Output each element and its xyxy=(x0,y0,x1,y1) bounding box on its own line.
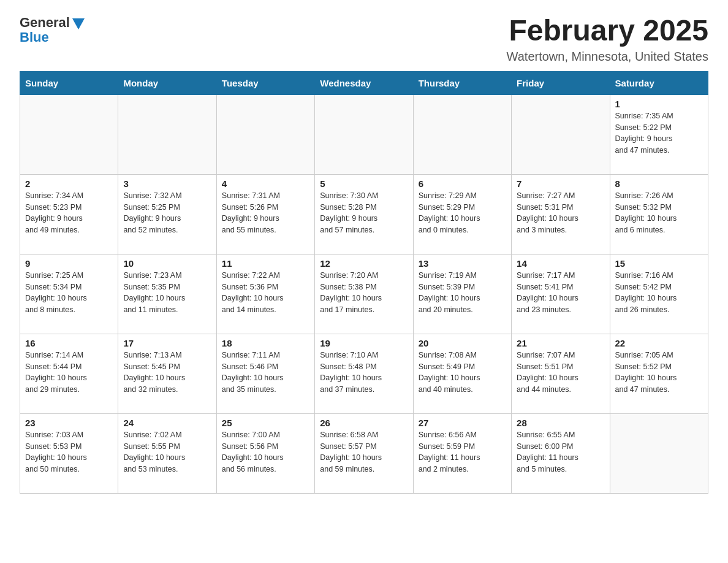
calendar-day-cell xyxy=(20,94,118,174)
day-number: 2 xyxy=(25,178,113,189)
day-number: 27 xyxy=(419,418,506,428)
calendar-day-cell xyxy=(216,94,314,174)
day-number: 24 xyxy=(123,418,211,428)
calendar-day-cell: 2Sunrise: 7:34 AMSunset: 5:23 PMDaylight… xyxy=(20,174,118,254)
day-of-week-header: Tuesday xyxy=(216,71,314,94)
calendar-body: 1Sunrise: 7:35 AMSunset: 5:22 PMDaylight… xyxy=(20,94,708,493)
logo-blue-text: Blue xyxy=(20,29,49,45)
day-number: 20 xyxy=(419,338,506,348)
day-info: Sunrise: 7:22 AMSunset: 5:36 PMDaylight:… xyxy=(222,270,309,316)
day-info: Sunrise: 7:26 AMSunset: 5:32 PMDaylight:… xyxy=(615,190,703,236)
day-number: 11 xyxy=(222,258,309,269)
calendar-header: SundayMondayTuesdayWednesdayThursdayFrid… xyxy=(20,71,708,94)
day-number: 13 xyxy=(419,258,506,269)
day-info: Sunrise: 7:13 AMSunset: 5:45 PMDaylight:… xyxy=(123,350,211,396)
day-info: Sunrise: 7:10 AMSunset: 5:48 PMDaylight:… xyxy=(320,350,408,396)
day-number: 5 xyxy=(320,178,408,189)
calendar-day-cell: 3Sunrise: 7:32 AMSunset: 5:25 PMDaylight… xyxy=(118,174,216,254)
day-info: Sunrise: 7:31 AMSunset: 5:26 PMDaylight:… xyxy=(222,190,309,236)
calendar-day-cell: 6Sunrise: 7:29 AMSunset: 5:29 PMDaylight… xyxy=(413,174,511,254)
calendar-day-cell: 22Sunrise: 7:05 AMSunset: 5:52 PMDayligh… xyxy=(610,334,708,413)
day-number: 14 xyxy=(517,258,604,269)
calendar-day-cell: 15Sunrise: 7:16 AMSunset: 5:42 PMDayligh… xyxy=(610,254,708,334)
calendar-day-cell: 4Sunrise: 7:31 AMSunset: 5:26 PMDaylight… xyxy=(216,174,314,254)
day-info: Sunrise: 7:32 AMSunset: 5:25 PMDaylight:… xyxy=(123,190,211,236)
logo: General Blue xyxy=(20,15,85,45)
day-number: 9 xyxy=(25,258,113,269)
day-info: Sunrise: 7:25 AMSunset: 5:34 PMDaylight:… xyxy=(25,270,113,316)
calendar-day-cell: 19Sunrise: 7:10 AMSunset: 5:48 PMDayligh… xyxy=(315,334,413,413)
calendar-day-cell: 8Sunrise: 7:26 AMSunset: 5:32 PMDaylight… xyxy=(610,174,708,254)
day-number: 23 xyxy=(25,418,113,428)
day-info: Sunrise: 7:02 AMSunset: 5:55 PMDaylight:… xyxy=(123,429,211,475)
day-of-week-header: Thursday xyxy=(413,71,511,94)
calendar-day-cell: 10Sunrise: 7:23 AMSunset: 5:35 PMDayligh… xyxy=(118,254,216,334)
calendar-week-row: 9Sunrise: 7:25 AMSunset: 5:34 PMDaylight… xyxy=(20,254,708,334)
day-info: Sunrise: 7:19 AMSunset: 5:39 PMDaylight:… xyxy=(419,270,506,316)
day-info: Sunrise: 6:56 AMSunset: 5:59 PMDaylight:… xyxy=(419,429,506,475)
calendar-day-cell: 25Sunrise: 7:00 AMSunset: 5:56 PMDayligh… xyxy=(216,413,314,493)
calendar-day-cell: 12Sunrise: 7:20 AMSunset: 5:38 PMDayligh… xyxy=(315,254,413,334)
day-number: 12 xyxy=(320,258,408,269)
day-number: 16 xyxy=(25,338,113,348)
day-info: Sunrise: 6:58 AMSunset: 5:57 PMDaylight:… xyxy=(320,429,408,475)
calendar-week-row: 16Sunrise: 7:14 AMSunset: 5:44 PMDayligh… xyxy=(20,334,708,413)
day-info: Sunrise: 6:55 AMSunset: 6:00 PMDaylight:… xyxy=(517,429,604,475)
day-number: 3 xyxy=(123,178,211,189)
month-title: February 2025 xyxy=(507,15,708,47)
calendar-week-row: 23Sunrise: 7:03 AMSunset: 5:53 PMDayligh… xyxy=(20,413,708,493)
calendar-week-row: 1Sunrise: 7:35 AMSunset: 5:22 PMDaylight… xyxy=(20,94,708,174)
day-number: 17 xyxy=(123,338,211,348)
day-info: Sunrise: 7:27 AMSunset: 5:31 PMDaylight:… xyxy=(517,190,604,236)
day-number: 7 xyxy=(517,178,604,189)
days-of-week-row: SundayMondayTuesdayWednesdayThursdayFrid… xyxy=(20,71,708,94)
day-number: 26 xyxy=(320,418,408,428)
day-of-week-header: Monday xyxy=(118,71,216,94)
day-number: 4 xyxy=(222,178,309,189)
day-of-week-header: Saturday xyxy=(610,71,708,94)
calendar-day-cell: 9Sunrise: 7:25 AMSunset: 5:34 PMDaylight… xyxy=(20,254,118,334)
calendar-day-cell: 17Sunrise: 7:13 AMSunset: 5:45 PMDayligh… xyxy=(118,334,216,413)
day-info: Sunrise: 7:07 AMSunset: 5:51 PMDaylight:… xyxy=(517,350,604,396)
calendar-day-cell: 7Sunrise: 7:27 AMSunset: 5:31 PMDaylight… xyxy=(512,174,610,254)
day-number: 8 xyxy=(615,178,703,189)
day-number: 21 xyxy=(517,338,604,348)
calendar-day-cell: 23Sunrise: 7:03 AMSunset: 5:53 PMDayligh… xyxy=(20,413,118,493)
calendar-week-row: 2Sunrise: 7:34 AMSunset: 5:23 PMDaylight… xyxy=(20,174,708,254)
page-header: General Blue February 2025 Watertown, Mi… xyxy=(20,15,708,64)
day-number: 25 xyxy=(222,418,309,428)
day-info: Sunrise: 7:35 AMSunset: 5:22 PMDaylight:… xyxy=(615,110,703,156)
day-info: Sunrise: 7:14 AMSunset: 5:44 PMDaylight:… xyxy=(25,350,113,396)
location-subtitle: Watertown, Minnesota, United States xyxy=(507,50,708,64)
day-info: Sunrise: 7:11 AMSunset: 5:46 PMDaylight:… xyxy=(222,350,309,396)
calendar-day-cell: 14Sunrise: 7:17 AMSunset: 5:41 PMDayligh… xyxy=(512,254,610,334)
day-number: 10 xyxy=(123,258,211,269)
day-info: Sunrise: 7:17 AMSunset: 5:41 PMDaylight:… xyxy=(517,270,604,316)
day-number: 18 xyxy=(222,338,309,348)
calendar-day-cell xyxy=(610,413,708,493)
day-number: 28 xyxy=(517,418,604,428)
day-number: 19 xyxy=(320,338,408,348)
day-info: Sunrise: 7:03 AMSunset: 5:53 PMDaylight:… xyxy=(25,429,113,475)
day-info: Sunrise: 7:23 AMSunset: 5:35 PMDaylight:… xyxy=(123,270,211,316)
calendar-day-cell: 21Sunrise: 7:07 AMSunset: 5:51 PMDayligh… xyxy=(512,334,610,413)
calendar-day-cell xyxy=(118,94,216,174)
day-info: Sunrise: 7:30 AMSunset: 5:28 PMDaylight:… xyxy=(320,190,408,236)
calendar-day-cell: 20Sunrise: 7:08 AMSunset: 5:49 PMDayligh… xyxy=(413,334,511,413)
day-of-week-header: Wednesday xyxy=(315,71,413,94)
calendar-day-cell: 28Sunrise: 6:55 AMSunset: 6:00 PMDayligh… xyxy=(512,413,610,493)
calendar-day-cell: 1Sunrise: 7:35 AMSunset: 5:22 PMDaylight… xyxy=(610,94,708,174)
calendar-day-cell: 24Sunrise: 7:02 AMSunset: 5:55 PMDayligh… xyxy=(118,413,216,493)
title-area: February 2025 Watertown, Minnesota, Unit… xyxy=(507,15,708,64)
calendar-day-cell xyxy=(413,94,511,174)
day-info: Sunrise: 7:20 AMSunset: 5:38 PMDaylight:… xyxy=(320,270,408,316)
calendar-table: SundayMondayTuesdayWednesdayThursdayFrid… xyxy=(20,71,708,494)
day-info: Sunrise: 7:05 AMSunset: 5:52 PMDaylight:… xyxy=(615,350,703,396)
day-of-week-header: Friday xyxy=(512,71,610,94)
day-number: 6 xyxy=(419,178,506,189)
calendar-day-cell: 13Sunrise: 7:19 AMSunset: 5:39 PMDayligh… xyxy=(413,254,511,334)
calendar-day-cell: 11Sunrise: 7:22 AMSunset: 5:36 PMDayligh… xyxy=(216,254,314,334)
day-info: Sunrise: 7:16 AMSunset: 5:42 PMDaylight:… xyxy=(615,270,703,316)
day-info: Sunrise: 7:00 AMSunset: 5:56 PMDaylight:… xyxy=(222,429,309,475)
day-of-week-header: Sunday xyxy=(20,71,118,94)
